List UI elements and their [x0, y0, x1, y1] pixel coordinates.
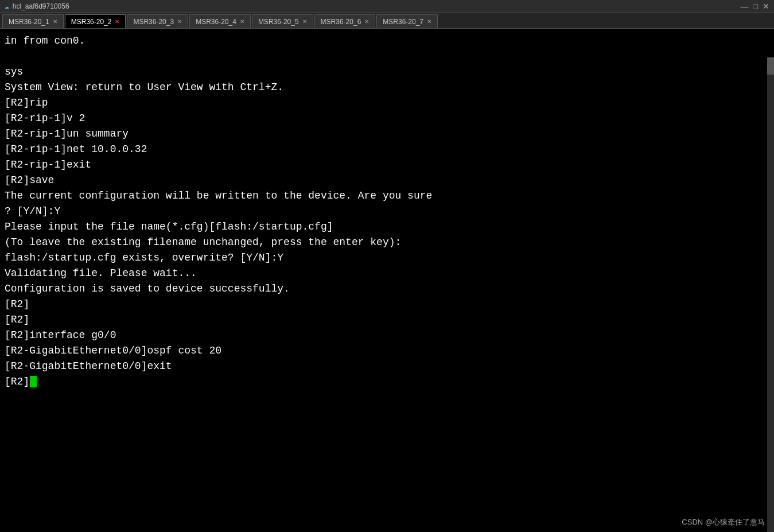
- title-bar-left: ☁ hcl_aaf6d9710056: [5, 2, 69, 11]
- tab-tab6[interactable]: MSR36-20_6✕: [314, 14, 376, 28]
- close-button[interactable]: ✕: [763, 2, 769, 10]
- tab-close-icon[interactable]: ✕: [427, 18, 431, 25]
- tab-label: MSR36-20_1: [9, 18, 49, 26]
- tab-label: MSR36-20_4: [196, 18, 236, 26]
- watermark: CSDN @心猿牵住了意马: [682, 517, 765, 527]
- tab-tab7[interactable]: MSR36-20_7✕: [376, 14, 438, 28]
- tab-tab4[interactable]: MSR36-20_4✕: [189, 14, 251, 28]
- maximize-button[interactable]: □: [753, 2, 758, 10]
- tab-tab1[interactable]: MSR36-20_1✕: [2, 14, 64, 28]
- tab-close-icon[interactable]: ✕: [302, 18, 307, 25]
- tab-close-icon[interactable]: ✕: [177, 18, 182, 25]
- title-bar-controls: — □ ✕: [741, 2, 769, 10]
- terminal-area[interactable]: in from con0. sys System View: return to…: [0, 29, 774, 532]
- tab-close-icon[interactable]: ✕: [115, 18, 119, 25]
- tab-label: MSR36-20_7: [383, 18, 423, 26]
- tab-tab5[interactable]: MSR36-20_5✕: [252, 14, 313, 28]
- terminal-cursor: [30, 376, 37, 387]
- scrollbar-track[interactable]: [767, 57, 774, 532]
- tab-tab2[interactable]: MSR36-20_2✕: [65, 14, 126, 28]
- tab-label: MSR36-20_2: [71, 18, 112, 26]
- tab-label: MSR36-20_6: [321, 18, 361, 26]
- terminal-content: in from con0. sys System View: return to…: [0, 29, 767, 532]
- tabs-bar: MSR36-20_1✕MSR36-20_2✕MSR36-20_3✕MSR36-2…: [0, 13, 774, 29]
- title-bar: ☁ hcl_aaf6d9710056 — □ ✕: [0, 0, 774, 13]
- cloud-icon: ☁: [5, 2, 9, 11]
- title-text: hcl_aaf6d9710056: [13, 2, 69, 10]
- tab-label: MSR36-20_5: [258, 18, 299, 26]
- scrollbar-thumb[interactable]: [767, 57, 774, 75]
- tab-close-icon[interactable]: ✕: [240, 18, 244, 25]
- tab-tab3[interactable]: MSR36-20_3✕: [127, 14, 188, 28]
- tab-close-icon[interactable]: ✕: [364, 18, 369, 25]
- minimize-button[interactable]: —: [741, 2, 749, 10]
- tab-close-icon[interactable]: ✕: [53, 18, 57, 25]
- tab-label: MSR36-20_3: [133, 18, 174, 26]
